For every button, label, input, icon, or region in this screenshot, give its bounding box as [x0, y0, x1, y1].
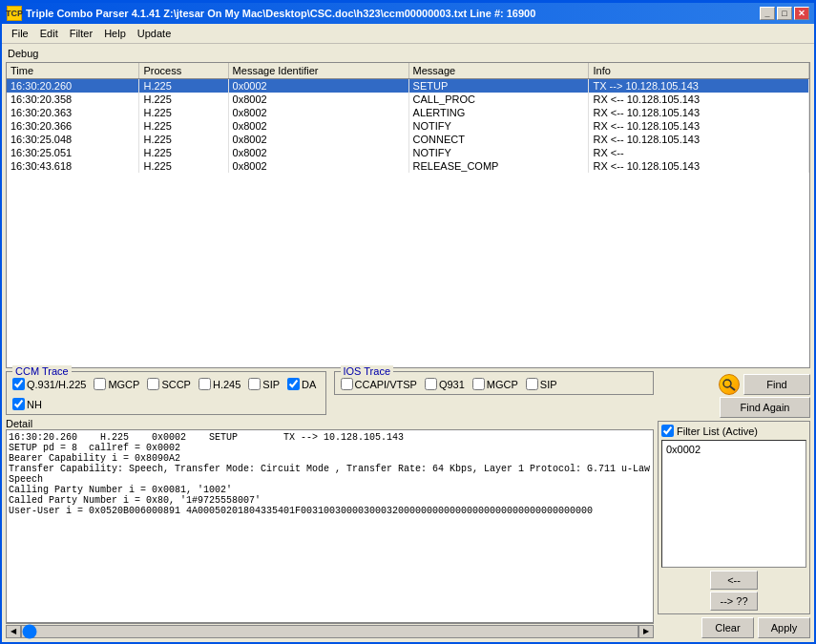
- scroll-left-button[interactable]: ◀: [6, 625, 21, 638]
- filter-list-content[interactable]: 0x0002: [661, 440, 806, 568]
- ios-trace-label: IOS Trace: [341, 365, 394, 377]
- ios-mgcp-checkbox-item[interactable]: MGCP: [472, 378, 518, 390]
- detail-textarea[interactable]: [7, 430, 653, 622]
- left-panel: CCM Trace Q.931/H.225 MGCP: [6, 371, 654, 638]
- table-cell-process: H.225: [139, 106, 228, 119]
- apply-button[interactable]: Apply: [758, 617, 810, 638]
- ios-q931-checkbox-item[interactable]: Q931: [425, 378, 465, 390]
- ccm-h245-label: H.245: [213, 379, 241, 390]
- close-button[interactable]: ✕: [794, 7, 809, 20]
- table-row[interactable]: 16:30:20.260H.2250x0002SETUPTX --> 10.12…: [7, 79, 809, 93]
- table-cell-message: CALL_PROC: [408, 93, 589, 106]
- ccm-mgcp-checkbox[interactable]: [94, 378, 106, 390]
- ccm-sccp-checkbox-item[interactable]: SCCP: [147, 378, 191, 390]
- table-row[interactable]: 16:30:20.366H.2250x8002NOTIFYRX <-- 10.1…: [7, 119, 809, 133]
- menu-filter[interactable]: Filter: [64, 26, 98, 41]
- ccm-sip-checkbox[interactable]: [248, 378, 261, 390]
- table-row[interactable]: 16:30:43.618H.2250x8002RELEASE_COMPRX <-…: [7, 159, 809, 173]
- table-cell-msgid: 0x8002: [228, 93, 408, 106]
- ccm-nh-checkbox-item[interactable]: NH: [12, 398, 42, 410]
- debug-label: Debug: [6, 48, 810, 59]
- title-buttons: _ □ ✕: [760, 7, 809, 20]
- ios-ccapi-checkbox-item[interactable]: CCAPI/VTSP: [341, 378, 417, 390]
- table-cell-process: H.225: [139, 133, 228, 146]
- clear-button[interactable]: Clear: [701, 617, 754, 638]
- right-panel: Find Find Again Filter List (Active) 0x0…: [658, 371, 810, 638]
- title-bar: TCP Triple Combo Parser 4.1.41 Z:\jtesar…: [2, 3, 814, 24]
- menu-help[interactable]: Help: [98, 26, 132, 41]
- find-again-button[interactable]: Find Again: [720, 397, 810, 418]
- filter-list-checkbox[interactable]: [661, 425, 674, 437]
- ios-q931-checkbox[interactable]: [425, 378, 437, 390]
- arrow-buttons: <-- --> ??: [661, 571, 806, 611]
- app-icon-text: TCP: [6, 9, 23, 18]
- ccm-h245-checkbox-item[interactable]: H.245: [199, 378, 241, 390]
- ccm-q931-checkbox-item[interactable]: Q.931/H.225: [12, 378, 86, 390]
- table-cell-message: ALERTING: [408, 106, 589, 119]
- maximize-button[interactable]: □: [777, 7, 792, 20]
- menu-bar: File Edit Filter Help Update: [2, 24, 814, 44]
- bottom-section: CCM Trace Q.931/H.225 MGCP: [6, 371, 810, 638]
- table-cell-msgid: 0x8002: [228, 146, 408, 159]
- ios-ccapi-checkbox[interactable]: [341, 378, 353, 390]
- menu-edit[interactable]: Edit: [34, 26, 64, 41]
- table-cell-message: NOTIFY: [408, 119, 589, 133]
- table-cell-message: CONNECT: [408, 133, 589, 146]
- table-cell-time: 16:30:20.363: [7, 106, 139, 119]
- horizontal-scrollbar-container: ◀ ▶: [6, 623, 654, 638]
- ios-sip-checkbox[interactable]: [526, 378, 538, 390]
- table-row[interactable]: 16:30:25.051H.2250x8002NOTIFYRX <--: [7, 146, 809, 159]
- ccm-mgcp-checkbox-item[interactable]: MGCP: [94, 378, 139, 390]
- ccm-nh-checkbox[interactable]: [12, 398, 25, 410]
- table-cell-info: RX <-- 10.128.105.143: [589, 93, 809, 106]
- table-cell-info: RX <-- 10.128.105.143: [589, 119, 809, 133]
- main-content: Debug Time Process Message Identifier Me…: [2, 44, 814, 642]
- ccm-da-checkbox-item[interactable]: DA: [287, 378, 316, 390]
- table-cell-process: H.225: [139, 146, 228, 159]
- detail-textarea-wrapper[interactable]: [6, 429, 654, 623]
- filter-list-item[interactable]: 0x0002: [664, 443, 804, 456]
- ccm-nh-label: NH: [27, 399, 42, 410]
- table-row[interactable]: 16:30:20.363H.2250x8002ALERTINGRX <-- 10…: [7, 106, 809, 119]
- table-cell-message: RELEASE_COMP: [408, 159, 589, 173]
- table-row[interactable]: 16:30:25.048H.2250x8002CONNECTRX <-- 10.…: [7, 133, 809, 146]
- table-cell-time: 16:30:20.260: [7, 79, 139, 93]
- ccm-sccp-label: SCCP: [161, 379, 191, 390]
- arrow-left-button[interactable]: <--: [710, 571, 758, 590]
- ccm-sip-checkbox-item[interactable]: SIP: [248, 378, 280, 390]
- ccm-sccp-checkbox[interactable]: [147, 378, 159, 390]
- find-button[interactable]: Find: [743, 374, 810, 395]
- table-cell-process: H.225: [139, 159, 228, 173]
- ios-mgcp-checkbox[interactable]: [472, 378, 485, 390]
- col-process: Process: [139, 63, 228, 79]
- ccm-da-checkbox[interactable]: [287, 378, 300, 390]
- ios-sip-checkbox-item[interactable]: SIP: [526, 378, 557, 390]
- table-cell-msgid: 0x8002: [228, 133, 408, 146]
- ccm-trace-group: CCM Trace Q.931/H.225 MGCP: [6, 371, 326, 415]
- detail-box: Detail ◀ ▶: [6, 418, 654, 638]
- table-row[interactable]: 16:30:20.358H.2250x8002CALL_PROCRX <-- 1…: [7, 93, 809, 106]
- table-cell-info: RX <-- 10.128.105.143: [589, 159, 809, 173]
- window-title: Triple Combo Parser 4.1.41 Z:\jtesar On …: [26, 8, 535, 19]
- menu-file[interactable]: File: [6, 26, 34, 41]
- minimize-button[interactable]: _: [760, 7, 775, 20]
- menu-update[interactable]: Update: [132, 26, 177, 41]
- title-bar-left: TCP Triple Combo Parser 4.1.41 Z:\jtesar…: [7, 6, 535, 21]
- filter-list-box: Filter List (Active) 0x0002 <-- --> ??: [658, 421, 810, 614]
- ios-trace-group: IOS Trace CCAPI/VTSP Q931: [334, 371, 655, 395]
- ios-ccapi-label: CCAPI/VTSP: [355, 379, 417, 390]
- horizontal-scrollbar[interactable]: [21, 625, 638, 638]
- ccm-da-label: DA: [302, 379, 316, 390]
- ccm-q931-checkbox[interactable]: [12, 378, 25, 390]
- table-cell-time: 16:30:20.366: [7, 119, 139, 133]
- ios-sip-label: SIP: [540, 379, 557, 390]
- arrow-right-button[interactable]: --> ??: [710, 592, 758, 611]
- ccm-h245-checkbox[interactable]: [199, 378, 211, 390]
- table-header-row: Time Process Message Identifier Message …: [7, 63, 809, 79]
- log-table-container[interactable]: Time Process Message Identifier Message …: [6, 62, 810, 368]
- ccm-trace-label: CCM Trace: [12, 365, 72, 377]
- filter-list-label: Filter List (Active): [677, 426, 758, 437]
- scroll-right-button[interactable]: ▶: [638, 625, 654, 638]
- table-cell-process: H.225: [139, 119, 228, 133]
- table-cell-info: RX <-- 10.128.105.143: [589, 133, 809, 146]
